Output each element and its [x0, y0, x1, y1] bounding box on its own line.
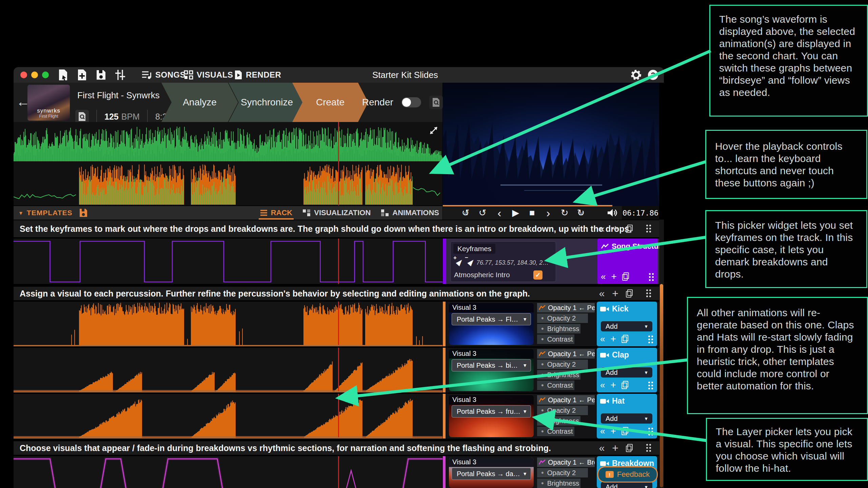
menu-visuals[interactable]: VISUALS: [184, 67, 233, 83]
add-icon[interactable]: +: [612, 288, 618, 299]
save-template-icon[interactable]: [79, 208, 88, 218]
rewind-button[interactable]: ↺: [475, 206, 490, 220]
scrollbar[interactable]: [659, 220, 664, 488]
animation-item[interactable]: •Opacity 2: [537, 313, 588, 323]
add-icon[interactable]: +: [610, 334, 616, 344]
playhead[interactable]: [338, 302, 339, 345]
clap-visual-card[interactable]: Visual 3 Portal Peaks → bi… ▼: [449, 349, 534, 391]
breakdown-visual-card[interactable]: Visual 3 Portal Peaks → da… ▼: [449, 458, 534, 488]
animation-item[interactable]: •Brightness: [537, 416, 580, 426]
playhead[interactable]: [338, 394, 339, 437]
drag-handle[interactable]: [648, 335, 654, 344]
animation-item[interactable]: Opacity 1 ← Percus: [537, 303, 595, 312]
volume-icon[interactable]: [605, 206, 619, 220]
animation-item[interactable]: •Contrast: [537, 334, 574, 344]
analyze-song-icon[interactable]: [75, 110, 89, 123]
previous-button[interactable]: ‹: [492, 206, 507, 220]
collapse-icon[interactable]: «: [599, 224, 605, 234]
drag-handle[interactable]: [648, 381, 654, 390]
duplicate-icon[interactable]: [622, 272, 629, 281]
duplicate-icon[interactable]: [622, 335, 628, 343]
stop-button[interactable]: ■: [525, 206, 539, 220]
clap-track-card[interactable]: Clap Add ▼ « +: [597, 348, 657, 392]
add-animation-dropdown[interactable]: Add ▼: [601, 321, 652, 331]
forward-10-button[interactable]: ↻10: [574, 206, 588, 220]
add-icon[interactable]: +: [610, 380, 616, 390]
workflow-step-render[interactable]: Render: [362, 97, 393, 108]
add-keyframe-cursor-icon[interactable]: ▲ +: [453, 257, 465, 267]
minimize-window-button[interactable]: [31, 72, 38, 78]
duplicate-icon[interactable]: [622, 427, 628, 435]
tab-rack[interactable]: RACK: [260, 206, 293, 220]
workflow-step-analyze[interactable]: Analyze: [161, 83, 238, 122]
drag-handle[interactable]: [646, 224, 652, 233]
render-preview-icon[interactable]: [429, 96, 443, 109]
workflow-step-create[interactable]: Create: [292, 83, 368, 122]
collapse-icon[interactable]: «: [600, 334, 605, 343]
feedback-button[interactable]: ! Feedback: [597, 466, 658, 483]
video-preview[interactable]: [443, 83, 659, 206]
collapse-icon[interactable]: «: [599, 443, 605, 453]
workflow-step-synchronize[interactable]: Synchronize: [229, 83, 305, 122]
hat-layer-picker[interactable]: Portal Peaks → fru… ▼: [452, 405, 531, 418]
breakdown-track-card[interactable]: Breakdown ! Feedback Add ▼: [597, 456, 657, 488]
playhead[interactable]: [338, 239, 339, 284]
add-animation-dropdown[interactable]: Add ▼: [601, 482, 652, 488]
scrollbar-thumb[interactable]: [660, 284, 663, 487]
hat-visual-card[interactable]: Visual 3 Portal Peaks → fru… ▼: [449, 395, 534, 437]
animation-item[interactable]: Opacity 1 ← Percus: [537, 395, 595, 405]
add-animation-dropdown[interactable]: Add ▼: [601, 413, 652, 424]
gear-icon[interactable]: [630, 69, 642, 81]
add-icon[interactable]: +: [612, 223, 618, 234]
collapse-icon[interactable]: «: [600, 427, 605, 435]
remove-keyframe-cursor-icon[interactable]: ▲ −: [465, 257, 476, 267]
animation-item[interactable]: Opacity 1 ← Percus: [537, 349, 595, 359]
animation-item[interactable]: Opacity 1 ← Breakd: [537, 458, 595, 467]
close-window-button[interactable]: [20, 72, 27, 78]
playhead[interactable]: [338, 122, 339, 205]
keyframes-widget[interactable]: Keyframes ▲ + ▲ − 76.77, 153.57, 184.30,…: [450, 241, 556, 282]
clap-layer-picker[interactable]: Portal Peaks → bi… ▼: [452, 359, 531, 371]
play-button[interactable]: ▶: [509, 206, 523, 220]
drag-handle[interactable]: [646, 289, 652, 298]
animation-item[interactable]: •Opacity 2: [537, 468, 588, 477]
add-animation-dropdown[interactable]: Add ▼: [601, 367, 652, 378]
playhead[interactable]: [338, 456, 339, 488]
settings-sliders-icon[interactable]: [114, 69, 126, 81]
kick-graph[interactable]: [14, 302, 442, 346]
breakdown-layer-picker[interactable]: Portal Peaks → da… ▼: [452, 468, 531, 480]
animation-item[interactable]: •Opacity 2: [537, 406, 588, 415]
duplicate-icon[interactable]: [626, 225, 633, 233]
add-icon[interactable]: +: [612, 443, 618, 453]
keyframes-graph[interactable]: [14, 239, 442, 284]
tab-visualization[interactable]: VISUALIZATION: [302, 206, 371, 220]
preset-checkbox[interactable]: ✓: [533, 270, 542, 280]
kick-layer-picker[interactable]: Portal Peaks → Fl… ▼: [452, 313, 531, 325]
animation-item[interactable]: •Brightness: [537, 324, 580, 333]
hat-graph[interactable]: [14, 394, 442, 439]
save-file-icon[interactable]: [95, 69, 107, 81]
playhead[interactable]: [338, 348, 339, 391]
templates-label[interactable]: TEMPLATES: [27, 209, 73, 217]
animation-item[interactable]: •Contrast: [537, 381, 574, 390]
animation-item[interactable]: •Brightness: [537, 479, 580, 488]
kick-visual-card[interactable]: Visual 3 Portal Peaks → Fl… ▼: [449, 303, 534, 345]
waveform-area[interactable]: [14, 122, 442, 205]
animation-item[interactable]: •Brightness: [537, 370, 580, 380]
clap-graph[interactable]: [14, 348, 442, 392]
add-icon[interactable]: +: [610, 426, 616, 436]
rewind-10-button[interactable]: ↺10: [458, 206, 473, 220]
maximize-window-button[interactable]: [42, 72, 49, 78]
duplicate-icon[interactable]: [626, 289, 633, 298]
render-toggle[interactable]: [401, 97, 421, 107]
collapse-icon[interactable]: «: [601, 272, 606, 281]
expand-icon[interactable]: [428, 125, 439, 138]
hat-track-card[interactable]: Hat Add ▼ « +: [597, 394, 657, 439]
add-icon[interactable]: +: [611, 272, 616, 281]
drag-handle[interactable]: [648, 272, 654, 281]
loop-button[interactable]: ↻: [557, 206, 572, 220]
templates-caret-icon[interactable]: ▼: [18, 210, 23, 216]
album-art[interactable]: synwrks First Flight: [27, 85, 70, 121]
collapse-icon[interactable]: «: [600, 381, 605, 389]
next-button[interactable]: ›: [541, 206, 555, 220]
